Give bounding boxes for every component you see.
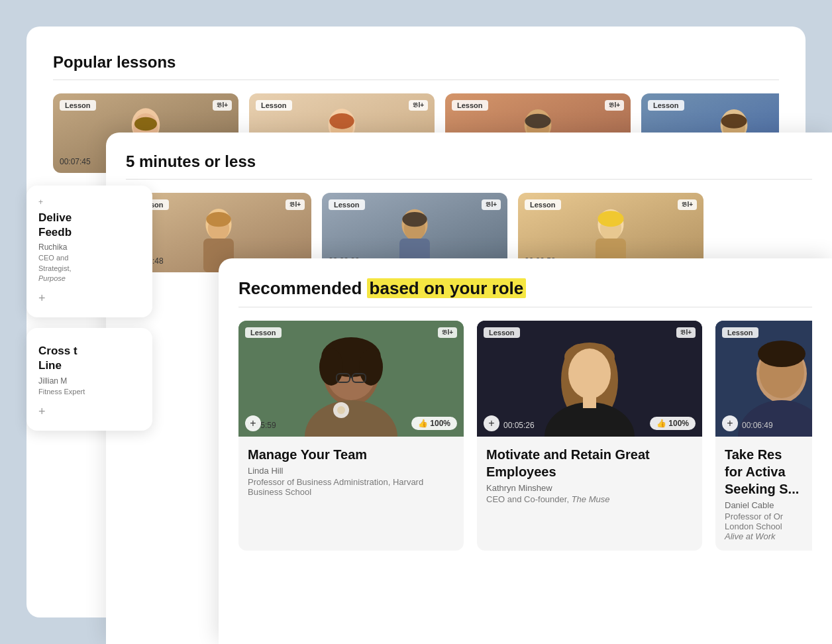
lesson-badge-3: Lesson xyxy=(452,100,488,111)
side-card-1-author: Ruchika xyxy=(38,242,140,252)
lesson-badge-1: Lesson xyxy=(60,100,96,111)
rec-completion-motivate: 👍 100% xyxy=(650,417,696,430)
rec-author-manage: Linda Hill xyxy=(248,466,454,476)
rec-thumb-motivate: Lesson 𝔅I+ 00:05:26 + 👍 100% xyxy=(477,321,702,437)
svg-point-27 xyxy=(598,211,623,227)
svg-point-33 xyxy=(359,349,383,386)
rec-role-manage: Professor of Business Administration, Ha… xyxy=(248,477,454,497)
popular-lessons-title: Popular lessons xyxy=(53,53,779,72)
rec-title-manage: Manage Your Team xyxy=(248,446,454,463)
rec-badge-manage: Lesson xyxy=(245,327,282,338)
lesson-badge-2: Lesson xyxy=(256,100,292,111)
rec-duration-motivate: 00:05:26 xyxy=(503,421,535,430)
rec-thumb-manage: Lesson 𝔅I+ 00:05:59 + 👍 100% xyxy=(238,321,464,437)
bit-badge-1: 𝔅I+ xyxy=(213,100,232,111)
rec-thumb-responsibility: Lesson 00:06:49 + xyxy=(715,321,812,437)
five-min-bit-3: 𝔅I+ xyxy=(678,199,697,210)
side-card-2-author: Jillian M xyxy=(38,376,140,386)
side-card-2[interactable]: Cross tLine Jillian M Fitness Expert + xyxy=(26,328,152,431)
rec-bit-manage: 𝔅I+ xyxy=(438,327,457,338)
five-min-divider xyxy=(126,179,812,180)
rec-role-responsibility: Professor of OrLondon SchoolAlive at Wor… xyxy=(725,511,812,541)
side-card-1-role: CEO andStrategist,Purpose xyxy=(38,253,140,284)
svg-point-39 xyxy=(337,406,345,414)
rec-info-manage: Manage Your Team Linda Hill Professor of… xyxy=(238,437,464,506)
rec-info-motivate: Motivate and Retain Great Employees Kath… xyxy=(477,437,702,513)
svg-point-32 xyxy=(319,349,343,386)
rec-bit-motivate: 𝔅I+ xyxy=(676,327,696,338)
svg-point-7 xyxy=(329,113,354,129)
svg-point-19 xyxy=(206,212,231,227)
five-min-bit-1: 𝔅I+ xyxy=(286,199,305,210)
five-min-bit-2: 𝔅I+ xyxy=(482,199,501,210)
svg-point-11 xyxy=(525,114,550,129)
rec-card-responsibility[interactable]: Lesson 00:06:49 + Take Resfor ActivaSeek… xyxy=(715,321,812,551)
side-card-2-title: Cross tLine xyxy=(38,344,140,373)
svg-point-52 xyxy=(758,341,806,367)
rec-cards-row: Lesson 𝔅I+ 00:05:59 + 👍 100% Manage Your… xyxy=(238,321,812,551)
svg-point-23 xyxy=(402,212,427,227)
rec-title-motivate: Motivate and Retain Great Employees xyxy=(486,446,693,480)
rec-add-manage[interactable]: + xyxy=(245,415,261,431)
bit-badge-2: 𝔅I+ xyxy=(409,100,428,111)
lesson-duration-1: 00:07:45 xyxy=(60,157,91,166)
rec-badge-responsibility: Lesson xyxy=(722,327,758,338)
rec-card-manage-team[interactable]: Lesson 𝔅I+ 00:05:59 + 👍 100% Manage Your… xyxy=(238,321,464,551)
side-card-2-add[interactable]: + xyxy=(38,405,140,419)
rec-title-part1: Recommended xyxy=(238,278,367,298)
left-sidebar: + DeliveFeedb Ruchika CEO andStrategist,… xyxy=(26,186,152,441)
svg-rect-48 xyxy=(583,395,596,408)
rec-info-responsibility: Take Resfor ActivaSeeking S... Daniel Ca… xyxy=(715,437,812,551)
rec-role-motivate: CEO and Co-founder, The Muse xyxy=(486,494,693,504)
front-panel: Recommended based on your role xyxy=(219,258,832,644)
svg-point-46 xyxy=(568,349,611,399)
rec-duration-responsibility: 00:06:49 xyxy=(742,421,773,430)
rec-author-motivate: Kathryn Minshew xyxy=(486,483,693,493)
side-card-1-add[interactable]: + xyxy=(38,292,140,305)
five-min-badge-2: Lesson xyxy=(329,199,365,210)
five-min-badge-3: Lesson xyxy=(525,199,561,210)
lesson-badge-4: Lesson xyxy=(648,100,684,111)
side-card-1-title: DeliveFeedb xyxy=(38,211,140,240)
rec-completion-manage: 👍 100% xyxy=(411,417,457,430)
side-card-2-role: Fitness Expert xyxy=(38,387,140,397)
rec-badge-motivate: Lesson xyxy=(484,327,520,338)
five-min-title: 5 minutes or less xyxy=(126,152,812,171)
rec-title-highlight: based on your role xyxy=(367,278,527,298)
recommended-title: Recommended based on your role xyxy=(238,278,812,299)
rec-author-responsibility: Daniel Cable xyxy=(725,500,812,510)
svg-point-15 xyxy=(721,114,747,129)
svg-point-3 xyxy=(134,117,157,131)
rec-add-responsibility[interactable]: + xyxy=(722,415,738,431)
rec-title-responsibility: Take Resfor ActivaSeeking S... xyxy=(725,446,812,498)
rec-divider xyxy=(238,307,812,307)
rec-card-motivate[interactable]: Lesson 𝔅I+ 00:05:26 + 👍 100% Motivate an… xyxy=(477,321,702,551)
popular-divider xyxy=(53,80,779,80)
side-card-1[interactable]: + DeliveFeedb Ruchika CEO andStrategist,… xyxy=(26,186,152,317)
bit-badge-3: 𝔅I+ xyxy=(605,100,624,111)
rec-add-motivate[interactable]: + xyxy=(484,415,499,431)
